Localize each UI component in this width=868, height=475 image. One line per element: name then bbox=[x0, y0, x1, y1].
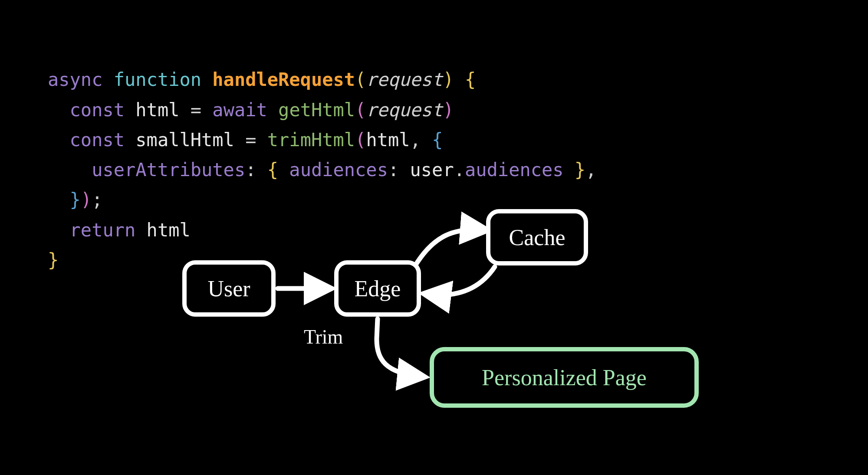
prop-audiences: audiences bbox=[465, 159, 564, 180]
diagram: User Edge Cache Trim Personalized Page bbox=[174, 200, 825, 460]
brace-close: } bbox=[575, 159, 585, 180]
colon: : bbox=[245, 159, 256, 180]
prop-audiences: audiences bbox=[289, 159, 388, 180]
brace-open: { bbox=[267, 159, 278, 180]
node-edge: Edge bbox=[334, 260, 421, 317]
comma: , bbox=[585, 159, 596, 180]
node-cache: Cache bbox=[486, 209, 588, 265]
brace-close: } bbox=[48, 249, 59, 271]
paren-close: ) bbox=[443, 69, 454, 90]
equals: = bbox=[191, 99, 201, 121]
keyword-const: const bbox=[70, 129, 125, 151]
paren-open: ( bbox=[355, 69, 366, 90]
paren-close: ) bbox=[443, 99, 454, 121]
keyword-async: async bbox=[48, 69, 102, 90]
arg-request: request bbox=[366, 99, 443, 121]
colon: : bbox=[388, 159, 399, 180]
trim-label: Trim bbox=[304, 325, 343, 348]
keyword-function: function bbox=[114, 69, 201, 90]
brace-open: { bbox=[465, 69, 476, 90]
var-user: user bbox=[410, 159, 454, 180]
keyword-await: await bbox=[212, 99, 267, 121]
brace-open: { bbox=[432, 129, 443, 151]
keyword-const: const bbox=[70, 99, 125, 121]
paren-open: ( bbox=[355, 129, 366, 151]
comma: , bbox=[410, 129, 421, 151]
node-personalized-page: Personalized Page bbox=[430, 347, 699, 408]
dot: . bbox=[454, 159, 465, 180]
var-smallhtml: smallHtml bbox=[135, 129, 234, 151]
paren-open: ( bbox=[355, 99, 366, 121]
prop-userattributes: userAttributes bbox=[92, 159, 245, 180]
call-gethtml: getHtml bbox=[278, 99, 355, 121]
equals: = bbox=[245, 129, 256, 151]
node-user-label: User bbox=[207, 276, 250, 301]
call-trimhtml: trimHtml bbox=[267, 129, 355, 151]
arg-html: html bbox=[366, 129, 410, 151]
param-request: request bbox=[366, 69, 443, 90]
node-cache-label: Cache bbox=[509, 225, 566, 250]
paren-close: ) bbox=[81, 189, 92, 210]
function-name: handleRequest bbox=[212, 69, 355, 90]
keyword-return: return bbox=[70, 219, 136, 241]
brace-close: } bbox=[70, 189, 81, 210]
semicolon: ; bbox=[92, 189, 102, 210]
var-html: html bbox=[135, 99, 179, 121]
node-user: User bbox=[182, 260, 276, 317]
node-personalized-page-label: Personalized Page bbox=[482, 365, 647, 390]
node-edge-label: Edge bbox=[355, 276, 401, 301]
